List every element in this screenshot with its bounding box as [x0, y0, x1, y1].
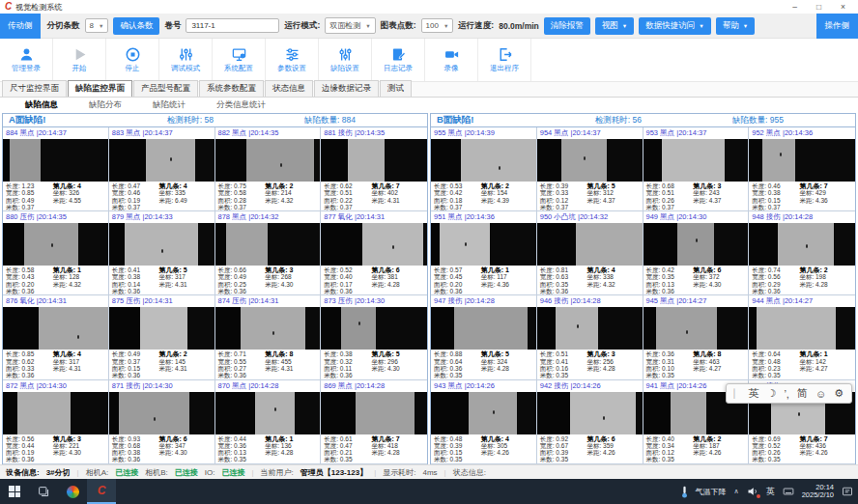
defect-cell-870[interactable]: 870 黑点 |20:14:28长度: 0.44宽度: 0.36面积: 0.13…	[215, 380, 322, 464]
defect-cell-947[interactable]: 947 接伤 |20:14:28长度: 0.88宽度: 0.64面积: 0.36…	[431, 295, 537, 379]
action-button-6[interactable]: 缺陷设置	[319, 39, 372, 81]
defect-cell-header: 882 黑点 |20:14:35	[215, 127, 321, 139]
defect-cell-header: 876 氧化 |20:14:31	[3, 295, 108, 307]
defect-cell-952[interactable]: 952 黑点 |20:14:36长度: 0.46宽度: 0.38面积: 0.15…	[749, 127, 855, 211]
defect-cell-953[interactable]: 953 黑点 |20:14:37长度: 0.68宽度: 0.51面积: 0.26…	[644, 127, 750, 211]
defect-cell-872[interactable]: 872 黑点 |20:14:30长度: 0.56宽度: 0.44面积: 0.19…	[3, 380, 109, 464]
ime-punctuation-mode[interactable]: ’,	[784, 388, 789, 400]
ime-simplified-mode[interactable]: 简	[797, 386, 808, 401]
weather-text[interactable]: 气温下降	[696, 487, 727, 497]
defect-cell-944[interactable]: 944 黑点 |20:14:27长度: 0.64宽度: 0.48面积: 0.23…	[749, 295, 855, 379]
defect-cell-943[interactable]: 943 黑点 |20:14:26长度: 0.48宽度: 0.39面积: 0.15…	[431, 380, 537, 464]
ime-toolbar[interactable]: ▏ 英 ☽ ’, 简 ☺ ⚙	[726, 383, 852, 404]
volume-button[interactable]	[747, 486, 758, 497]
task-view-button[interactable]	[29, 479, 58, 504]
ime-english-mode[interactable]: 英	[749, 386, 759, 401]
action-center-icon[interactable]	[842, 486, 853, 497]
defect-cell-954[interactable]: 954 黑点 |20:14:37长度: 0.39宽度: 0.33面积: 0.12…	[537, 127, 644, 211]
defect-cell-877[interactable]: 877 氧化 |20:14:31长度: 0.52宽度: 0.40面积: 0.17…	[321, 211, 427, 295]
close-button[interactable]: ×	[841, 2, 845, 12]
action-button-9[interactable]: 退出程序	[478, 39, 531, 81]
minimize-button[interactable]: –	[792, 2, 797, 12]
defect-thumbnail	[3, 307, 108, 350]
main-tab-2[interactable]: 产品型号配置	[133, 80, 198, 97]
ime-emoji-icon[interactable]: ☺	[815, 388, 826, 400]
defect-cell-950[interactable]: 950 小凸坑 |20:14:32长度: 0.81宽度: 0.63面积: 0.3…	[537, 211, 644, 295]
defect-cell-874[interactable]: 874 压伤 |20:14:31长度: 0.71宽度: 0.55面积: 0.27…	[215, 295, 322, 379]
main-tab-6[interactable]: 测试	[380, 80, 412, 97]
confirm-count-button[interactable]: 确认条数	[113, 17, 159, 35]
taskbar-clock[interactable]: 20:14 2025/2/10	[802, 484, 834, 500]
defect-cell-880[interactable]: 880 压伤 |20:14:35长度: 0.58宽度: 0.43面积: 0.20…	[3, 211, 109, 295]
defect-cell-945[interactable]: 945 黑点 |20:14:27长度: 0.36宽度: 0.31面积: 0.10…	[644, 295, 750, 379]
action-button-3[interactable]: 调试模式	[159, 39, 213, 81]
taskbar-app-browser[interactable]	[58, 479, 87, 504]
clear-alarm-button[interactable]: 清除报警	[544, 17, 590, 35]
defect-cell-header: 952 黑点 |20:14:36	[749, 127, 855, 139]
ime-grip-icon[interactable]: ▏	[734, 389, 741, 399]
help-menu-button[interactable]: 帮助▼	[716, 17, 755, 35]
defect-cell-948[interactable]: 948 接伤 |20:14:28长度: 0.74宽度: 0.56面积: 0.29…	[749, 211, 855, 295]
action-button-4[interactable]: 系统配置	[213, 39, 266, 81]
defect-info: 长度: 0.88宽度: 0.64面积: 0.36米数: 0.35第几条: 5坐标…	[431, 350, 536, 378]
defect-cell-882[interactable]: 882 黑点 |20:14:35长度: 0.75宽度: 0.58面积: 0.28…	[215, 127, 322, 211]
action-button-5[interactable]: 参数设置	[266, 39, 319, 81]
roll-number-input[interactable]: 3117-1	[186, 18, 279, 33]
defect-info: 长度: 0.39宽度: 0.33面积: 0.12米数: 0.37第几条: 5坐标…	[537, 182, 643, 210]
drive-side-button[interactable]: 传动侧	[0, 14, 41, 39]
defect-thumbnail	[3, 139, 108, 182]
taskbar-app-inspection[interactable]: C	[87, 479, 116, 504]
defect-cell-883[interactable]: 883 黑点 |20:14:37长度: 0.47宽度: 0.46面积: 0.19…	[109, 127, 215, 211]
action-label: 开始	[72, 64, 87, 73]
main-tab-3[interactable]: 系统参数配置	[199, 80, 264, 97]
slit-count-dropdown[interactable]: 8▼	[85, 18, 109, 33]
start-button[interactable]	[0, 479, 29, 504]
sub-tab-1[interactable]: 缺陷分布	[75, 98, 135, 112]
panel-header: B面缺陷!检测耗时: 56缺陷数量: 955	[431, 114, 855, 127]
sub-tab-0[interactable]: 缺陷信息	[12, 98, 72, 112]
main-tab-0[interactable]: 尺寸监控界面	[2, 80, 67, 97]
defect-cell-869[interactable]: 869 黑点 |20:14:28长度: 0.61宽度: 0.47面积: 0.21…	[321, 380, 427, 464]
sub-tab-3[interactable]: 分类信息统计	[203, 98, 279, 112]
operate-side-button[interactable]: 操作侧	[816, 14, 858, 39]
defect-cell-header: 874 压伤 |20:14:31	[215, 295, 321, 307]
camera-icon	[443, 46, 460, 63]
action-button-1[interactable]: 开始	[53, 39, 106, 81]
main-tab-1[interactable]: 缺陷监控界面	[68, 80, 132, 97]
defect-cell-951[interactable]: 951 黑点 |20:14:36长度: 0.57宽度: 0.45面积: 0.20…	[431, 211, 537, 295]
view-menu-button[interactable]: 视图▼	[595, 17, 634, 35]
defect-cell-946[interactable]: 946 接伤 |20:14:28长度: 0.51宽度: 0.41面积: 0.16…	[537, 295, 644, 379]
defect-mark	[806, 244, 808, 248]
defect-cell-949[interactable]: 949 黑点 |20:14:30长度: 0.42宽度: 0.35面积: 0.13…	[644, 211, 750, 295]
touch-keyboard-icon[interactable]	[783, 486, 794, 497]
defect-cell-875[interactable]: 875 压伤 |20:14:31长度: 0.49宽度: 0.37面积: 0.15…	[109, 295, 215, 379]
defect-cell-942[interactable]: 942 接伤 |20:14:26长度: 0.92宽度: 0.67面积: 0.39…	[537, 380, 644, 464]
action-button-0[interactable]: 管理登录	[0, 39, 53, 81]
defect-info: 长度: 0.71宽度: 0.55面积: 0.27米数: 0.36第几条: 8坐标…	[215, 350, 321, 378]
action-button-8[interactable]: 录像	[425, 39, 478, 81]
action-button-7[interactable]: 日志记录	[372, 39, 425, 81]
chart-points-dropdown[interactable]: 100▼	[421, 18, 454, 33]
defect-cell-955[interactable]: 955 黑点 |20:14:39长度: 0.53宽度: 0.42面积: 0.18…	[431, 127, 537, 211]
defect-info: 长度: 0.81宽度: 0.63面积: 0.35米数: 0.36第几条: 4坐标…	[537, 266, 643, 294]
ime-settings-gear-icon[interactable]: ⚙	[834, 387, 844, 400]
defect-cell-884[interactable]: 884 黑点 |20:14:37长度: 1.23宽度: 0.85面积: 0.49…	[3, 127, 109, 211]
main-tab-5[interactable]: 边缘数据记录	[314, 80, 379, 97]
data-quick-access-menu-button[interactable]: 数据快捷访问▼	[639, 17, 710, 35]
sub-tab-2[interactable]: 缺陷统计	[139, 98, 199, 112]
action-button-2[interactable]: 停止	[106, 39, 159, 81]
defect-cell-879[interactable]: 879 黑点 |20:14:33长度: 0.41宽度: 0.38面积: 0.14…	[109, 211, 215, 295]
hidden-icons-chevron-icon[interactable]: ∧	[734, 488, 739, 495]
ime-moon-icon[interactable]: ☽	[767, 387, 777, 400]
defect-info: 长度: 0.52宽度: 0.40面积: 0.17米数: 0.36第几条: 6坐标…	[321, 266, 427, 294]
language-indicator[interactable]: 英	[766, 486, 775, 498]
maximize-button[interactable]: □	[816, 2, 821, 12]
defect-cell-881[interactable]: 881 接伤 |20:14:35长度: 0.62宽度: 0.51面积: 0.22…	[321, 127, 427, 211]
main-tab-4[interactable]: 状态信息	[265, 80, 313, 97]
defect-cell-876[interactable]: 876 氧化 |20:14:31长度: 0.85宽度: 0.62面积: 0.33…	[3, 295, 109, 379]
app-title: 视觉检测系统	[15, 2, 62, 13]
defect-cell-878[interactable]: 878 黑点 |20:14:32长度: 0.66宽度: 0.49面积: 0.25…	[215, 211, 322, 295]
defect-cell-873[interactable]: 873 压伤 |20:14:30长度: 0.38宽度: 0.32面积: 0.11…	[321, 295, 427, 379]
run-mode-dropdown[interactable]: 双面检测▼	[325, 17, 375, 34]
defect-cell-871[interactable]: 871 接伤 |20:14:30长度: 0.93宽度: 0.68面积: 0.38…	[109, 380, 215, 464]
